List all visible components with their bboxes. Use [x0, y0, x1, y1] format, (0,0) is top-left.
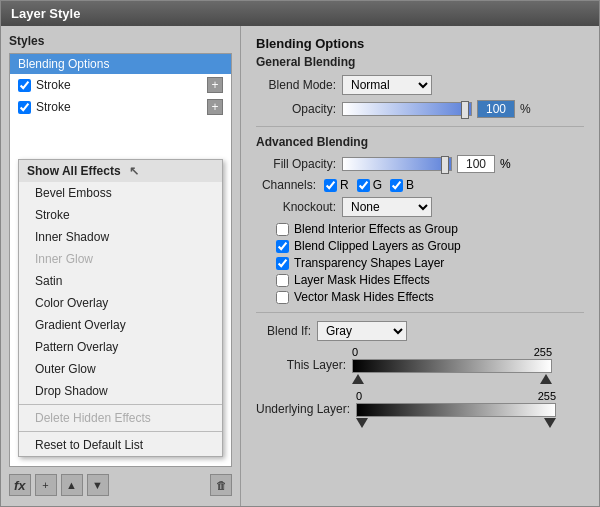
style-item-blending-options[interactable]: Blending Options: [10, 54, 231, 74]
channel-g-checkbox[interactable]: [357, 179, 370, 192]
this-layer-row: This Layer: 0 255: [256, 346, 584, 384]
knockout-label: Knockout:: [256, 200, 336, 214]
move-down-button[interactable]: ▼: [87, 474, 109, 496]
move-up-button[interactable]: ▲: [61, 474, 83, 496]
opacity-label: Opacity:: [256, 102, 336, 116]
styles-list: Blending Options Stroke + Stroke +: [9, 53, 232, 467]
this-layer-slider-group: 0 255: [352, 346, 552, 384]
layer-style-dialog: Layer Style Styles Blending Options Stro…: [0, 0, 600, 507]
divider-2: [256, 312, 584, 313]
dropdown-outer-glow[interactable]: Outer Glow: [19, 358, 222, 380]
underlying-label: Underlying Layer:: [256, 402, 350, 416]
add-icon: +: [42, 479, 48, 491]
channel-b-label: B: [406, 178, 414, 192]
checkbox-blend-interior[interactable]: [276, 223, 289, 236]
channel-b-checkbox[interactable]: [390, 179, 403, 192]
fill-opacity-percent: %: [500, 157, 511, 171]
dropdown-bevel-emboss[interactable]: Bevel Emboss: [19, 182, 222, 204]
dropdown-divider-2: [19, 431, 222, 432]
dropdown-show-all-effects[interactable]: Show All Effects ↖: [19, 160, 222, 182]
fx-button[interactable]: fx: [9, 474, 31, 496]
styles-label: Styles: [9, 34, 232, 48]
checkbox-transparency-label: Transparency Shapes Layer: [294, 256, 444, 270]
dropdown-satin[interactable]: Satin: [19, 270, 222, 292]
delete-button[interactable]: 🗑: [210, 474, 232, 496]
stroke-2-plus-btn[interactable]: +: [207, 99, 223, 115]
dropdown-reset-list[interactable]: Reset to Default List: [19, 434, 222, 456]
knockout-row: Knockout: None Shallow Deep: [256, 197, 584, 217]
this-layer-left-thumb[interactable]: [352, 374, 364, 384]
underlying-255: 255: [538, 390, 556, 402]
underlying-slider-group: 0 255: [356, 390, 556, 428]
underlying-0: 0: [356, 390, 362, 402]
channel-r: R: [324, 178, 349, 192]
this-layer-right-thumb[interactable]: [540, 374, 552, 384]
dialog-body: Styles Blending Options Stroke + Stroke …: [1, 26, 599, 506]
down-icon: ▼: [92, 479, 103, 491]
show-all-effects-label: Show All Effects: [27, 164, 121, 178]
underlying-left-thumb[interactable]: [356, 418, 368, 428]
blend-mode-label: Blend Mode:: [256, 78, 336, 92]
left-panel: Styles Blending Options Stroke + Stroke …: [1, 26, 241, 506]
channels-label: Channels:: [256, 178, 316, 192]
this-layer-255: 255: [534, 346, 552, 358]
fill-opacity-slider[interactable]: [342, 157, 452, 171]
this-layer-0: 0: [352, 346, 358, 358]
left-toolbar: fx + ▲ ▼ 🗑: [9, 472, 232, 498]
channel-b: B: [390, 178, 414, 192]
stroke-1-checkbox[interactable]: [18, 79, 31, 92]
dropdown-menu: Show All Effects ↖ Bevel Emboss Stroke I…: [18, 159, 223, 457]
style-item-stroke-1[interactable]: Stroke +: [10, 74, 231, 96]
blend-mode-row: Blend Mode: Normal Multiply Screen Overl…: [256, 75, 584, 95]
checkbox-blend-clipped[interactable]: [276, 240, 289, 253]
fx-label: fx: [14, 478, 26, 493]
blend-if-section: Blend If: Gray Red Green Blue This Layer…: [256, 321, 584, 428]
stroke-2-checkbox[interactable]: [18, 101, 31, 114]
checkbox-row-1: Blend Interior Effects as Group: [266, 222, 584, 236]
checkbox-vector-mask-label: Vector Mask Hides Effects: [294, 290, 434, 304]
dropdown-gradient-overlay[interactable]: Gradient Overlay: [19, 314, 222, 336]
checkbox-layer-mask-label: Layer Mask Hides Effects: [294, 273, 430, 287]
dialog-title: Layer Style: [11, 6, 80, 21]
blend-mode-select[interactable]: Normal Multiply Screen Overlay: [342, 75, 432, 95]
advanced-blending-title: Advanced Blending: [256, 135, 584, 149]
checkbox-layer-mask[interactable]: [276, 274, 289, 287]
dropdown-divider-1: [19, 404, 222, 405]
channel-r-checkbox[interactable]: [324, 179, 337, 192]
dropdown-stroke[interactable]: Stroke: [19, 204, 222, 226]
underlying-layer-row: Underlying Layer: 0 255: [256, 390, 584, 428]
this-layer-values: 0 255: [352, 346, 552, 358]
checkbox-blend-clipped-label: Blend Clipped Layers as Group: [294, 239, 461, 253]
add-effect-button[interactable]: +: [35, 474, 57, 496]
blend-if-row: Blend If: Gray Red Green Blue: [256, 321, 584, 341]
knockout-select[interactable]: None Shallow Deep: [342, 197, 432, 217]
fill-opacity-input[interactable]: [457, 155, 495, 173]
opacity-input[interactable]: [477, 100, 515, 118]
this-layer-slider-bar[interactable]: [352, 359, 552, 373]
underlying-right-thumb[interactable]: [544, 418, 556, 428]
stroke-2-label: Stroke: [36, 100, 71, 114]
right-panel: Blending Options General Blending Blend …: [241, 26, 599, 506]
checkbox-blend-interior-label: Blend Interior Effects as Group: [294, 222, 458, 236]
dropdown-drop-shadow[interactable]: Drop Shadow: [19, 380, 222, 402]
blend-if-label: Blend If:: [256, 324, 311, 338]
dropdown-pattern-overlay[interactable]: Pattern Overlay: [19, 336, 222, 358]
style-item-stroke-2[interactable]: Stroke +: [10, 96, 231, 118]
underlying-slider-bar[interactable]: [356, 403, 556, 417]
dropdown-inner-glow: Inner Glow: [19, 248, 222, 270]
checkboxes-container: Blend Interior Effects as Group Blend Cl…: [256, 222, 584, 304]
checkbox-vector-mask[interactable]: [276, 291, 289, 304]
title-bar: Layer Style: [1, 1, 599, 26]
opacity-slider[interactable]: [342, 102, 472, 116]
checkbox-row-5: Vector Mask Hides Effects: [266, 290, 584, 304]
checkbox-row-4: Layer Mask Hides Effects: [266, 273, 584, 287]
up-icon: ▲: [66, 479, 77, 491]
checkbox-transparency[interactable]: [276, 257, 289, 270]
dropdown-inner-shadow[interactable]: Inner Shadow: [19, 226, 222, 248]
blending-options-title: Blending Options: [256, 36, 584, 51]
stroke-1-plus-btn[interactable]: +: [207, 77, 223, 93]
blend-if-select[interactable]: Gray Red Green Blue: [317, 321, 407, 341]
divider-1: [256, 126, 584, 127]
dropdown-color-overlay[interactable]: Color Overlay: [19, 292, 222, 314]
channel-g: G: [357, 178, 382, 192]
